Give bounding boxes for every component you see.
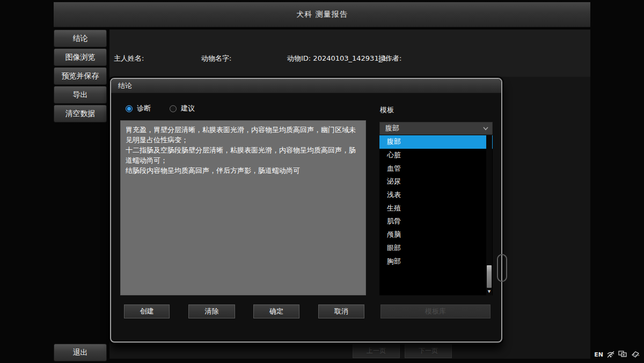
diagnosis-text-input[interactable]: 胃充盈，胃壁分层清晰，粘膜表面光滑，内容物呈均质高回声，幽门区域未见明显占位性病… [120, 120, 366, 295]
animal-id-field: 动物ID: 20240103_142931_1… [287, 54, 393, 64]
dialog-title: 结论 [118, 81, 132, 91]
cancel-button[interactable]: 取消 [318, 304, 364, 318]
template-list-scrollbar[interactable]: ▼ [486, 135, 492, 295]
screen: 犬科 测量报告 主人姓名: 出生日期: 动物: 动物名字: 性别: 未知 绝育情… [0, 0, 644, 363]
template-option-reproductive[interactable]: 生殖 [379, 201, 493, 215]
sidebar-item-clear-data[interactable]: 清空数据 [54, 105, 107, 122]
sidebar-item-conclusion[interactable]: 结论 [54, 30, 107, 47]
ok-button[interactable]: 确定 [253, 304, 299, 318]
scrollbar-thumb[interactable] [487, 265, 492, 288]
template-options-list: 腹部 心脏 血管 泌尿 浅表 生殖 肌骨 颅脑 眼部 胸部 ▼ [379, 135, 493, 295]
template-option-abdomen[interactable]: 腹部 [379, 135, 493, 149]
svg-text:DCM: DCM [635, 354, 639, 357]
prev-page-button[interactable]: 上一页 [353, 344, 400, 358]
diagnosis-radio[interactable]: 诊断 [126, 104, 151, 113]
owner-name-field: 主人姓名: [114, 54, 144, 64]
suggestion-radio-label: 建议 [181, 104, 195, 113]
template-option-urinary[interactable]: 泌尿 [379, 175, 493, 188]
chevron-down-icon [482, 125, 489, 133]
diagnosis-radio-label: 诊断 [137, 104, 151, 113]
app-title-bar: 犬科 测量报告 [54, 2, 590, 27]
template-option-cranial[interactable]: 颅脑 [379, 228, 493, 242]
suggestion-radio[interactable]: 建议 [170, 104, 195, 113]
next-page-button[interactable]: 下一页 [405, 344, 452, 358]
template-option-vessel[interactable]: 血管 [379, 162, 493, 175]
exit-button[interactable]: 退出 [54, 344, 107, 361]
template-dropdown[interactable]: 腹部 [379, 122, 493, 135]
dialog-drawer-handle[interactable] [497, 254, 507, 282]
status-bar: EN DCM [594, 351, 640, 358]
radio-selected-icon [126, 105, 133, 112]
scrollbar-down-icon[interactable]: ▼ [486, 289, 492, 294]
network-off-icon[interactable] [606, 351, 615, 358]
template-option-chest[interactable]: 胸部 [379, 255, 493, 268]
patient-info-header: 主人姓名: 出生日期: 动物: 动物名字: 性别: 未知 绝育情况: 未知 体表… [109, 30, 590, 77]
conclusion-type-radios: 诊断 建议 [126, 104, 195, 113]
sidebar-item-preview-save[interactable]: 预览并保存 [54, 67, 107, 85]
operator-field: 操作者: [378, 54, 423, 64]
template-option-musculoskeletal[interactable]: 肌骨 [379, 215, 493, 228]
animal-name-field: 动物名字: [201, 54, 272, 64]
sidebar-item-export[interactable]: 导出 [54, 86, 107, 104]
page-title: 犬科 测量报告 [296, 10, 347, 19]
radio-unselected-icon [170, 105, 177, 112]
conclusion-dialog: 结论 诊断 建议 胃充盈，胃壁分层清晰，粘膜表面光滑，内容物呈均质高回声，幽门区… [110, 78, 502, 343]
language-indicator[interactable]: EN [594, 351, 603, 358]
dicom-dcm-icon[interactable]: DCM [631, 351, 640, 358]
display-disconnect-icon[interactable] [618, 351, 627, 358]
create-button[interactable]: 创建 [124, 304, 170, 318]
dialog-title-bar: 结论 [111, 79, 501, 93]
template-dropdown-value: 腹部 [385, 124, 399, 133]
template-label: 模板 [380, 105, 394, 115]
clear-button[interactable]: 清除 [188, 304, 235, 318]
template-library-button[interactable]: 模板库 [380, 304, 491, 318]
template-option-heart[interactable]: 心脏 [379, 149, 493, 162]
sidebar-item-image-browse[interactable]: 图像浏览 [54, 48, 107, 66]
template-option-superficial[interactable]: 浅表 [379, 188, 493, 202]
template-option-eye[interactable]: 眼部 [379, 242, 493, 255]
